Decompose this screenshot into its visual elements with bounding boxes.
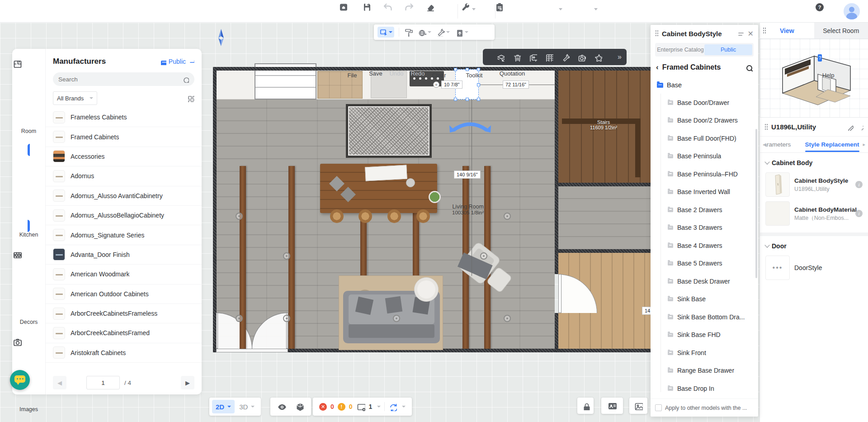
visibility-button[interactable] — [277, 402, 287, 412]
dimension-anchor[interactable]: + — [433, 81, 439, 88]
manufacturer-list-item[interactable]: Adornus_Signature Series — [46, 225, 202, 245]
resize-handle[interactable] — [477, 98, 480, 101]
tree-item[interactable]: Base Desk Drawer — [651, 272, 758, 290]
info-icon[interactable]: i — [855, 210, 863, 217]
prev-page-button[interactable]: ◀ — [53, 376, 66, 389]
caret-icon[interactable] — [377, 406, 381, 408]
section-cabinet-body[interactable]: Cabinet Body — [760, 153, 868, 170]
search-icon[interactable] — [745, 63, 753, 71]
error-icon[interactable]: ✕ — [319, 403, 327, 411]
fixture-marker[interactable] — [480, 252, 487, 260]
resize-handle[interactable] — [454, 98, 457, 101]
tree-item[interactable]: Sink Base — [651, 290, 758, 308]
resize-handle[interactable] — [466, 98, 469, 101]
body-style-item[interactable]: Cabinet BodyStyleU1896L,Utility i — [760, 170, 868, 199]
manufacturer-list-item[interactable]: American Woodmark — [46, 265, 202, 284]
planter[interactable] — [429, 191, 441, 203]
tree-item[interactable]: Range Base Drawer — [651, 362, 758, 380]
tree-item[interactable]: Base 3 Drawers — [651, 219, 758, 237]
support-chat-button[interactable] — [10, 370, 30, 390]
fixture-marker[interactable] — [393, 315, 400, 322]
manufacturer-list-item[interactable]: Adornus — [46, 166, 202, 186]
tree-item[interactable]: Base 4 Drawers — [651, 237, 758, 255]
toolkit-menu-button[interactable]: Toolkit — [460, 2, 488, 79]
manufacturer-list-item[interactable]: ArborCreekCabinetsFramed — [46, 323, 202, 343]
manufacturer-list-item[interactable]: Adornus_AlussoBellagioCabinety — [46, 206, 202, 225]
collaboration-button[interactable] — [601, 398, 623, 414]
resize-handle[interactable] — [477, 83, 480, 86]
manufacturer-list-item[interactable]: Adornus_Alusso AvantiCabinetry — [46, 186, 202, 206]
manufacturer-list-item[interactable]: Aristokraft Cabinets — [46, 343, 202, 363]
clear-menu-button[interactable]: Clear — [425, 2, 453, 79]
layout-grid-icon[interactable] — [187, 95, 194, 102]
rotate-handle-icon[interactable] — [448, 118, 492, 134]
coffee-table[interactable] — [414, 277, 439, 302]
tree-item[interactable]: Base Door/2 Drawers — [651, 112, 758, 130]
drag-handle[interactable] — [763, 27, 766, 34]
search-input[interactable] — [58, 76, 182, 83]
bar-stool[interactable] — [359, 209, 372, 223]
manufacturer-list-item[interactable]: Framed Cabinets — [46, 127, 202, 147]
snapshot-button[interactable] — [629, 398, 647, 414]
brand-filter-select[interactable]: All Brands — [53, 91, 97, 105]
next-page-button[interactable]: ▶ — [181, 376, 194, 389]
dock-panel-icon[interactable] — [737, 30, 744, 37]
stairs-room-floor[interactable]: Stairs11609 1/2in² — [558, 71, 652, 183]
body-material-item[interactable]: Cabinet BodyMaterialMatte（Non-Embos... i — [760, 199, 868, 228]
help-menu-button[interactable]: ? Help — [814, 2, 842, 79]
search-box[interactable] — [53, 72, 194, 86]
tab-public[interactable]: Public — [704, 44, 752, 55]
tab-enterprise-catalog[interactable]: Enterprise Catalog — [656, 44, 704, 55]
page-input[interactable] — [86, 376, 120, 389]
tree-item[interactable]: Base Door/Drawer — [651, 94, 758, 112]
drag-handle[interactable] — [655, 30, 658, 37]
rename-icon[interactable] — [846, 123, 854, 131]
door-style-item[interactable]: ••• DoorStyle — [760, 253, 868, 282]
close-icon[interactable]: ✕ — [748, 29, 754, 38]
sidebar-item-kitchen[interactable]: Kitchen — [12, 146, 45, 238]
bar-stool[interactable] — [416, 209, 430, 223]
screen-icon[interactable] — [356, 402, 365, 411]
fixture-marker[interactable] — [236, 315, 243, 322]
tree-item[interactable]: Sink Base FHD — [651, 326, 758, 344]
bar-stool[interactable] — [330, 209, 344, 223]
manufacturer-list-item[interactable]: Advanta_Door Finish — [46, 245, 202, 265]
tree-root-base[interactable]: Base — [651, 76, 758, 94]
sidebar-item-room[interactable]: Room — [12, 59, 45, 134]
expand-icon[interactable] — [857, 124, 863, 130]
fixture-marker[interactable] — [236, 213, 243, 220]
tree-item[interactable]: Base Drop In — [651, 379, 758, 398]
fixture-marker[interactable] — [283, 252, 290, 260]
corridor-floor[interactable] — [558, 186, 652, 249]
avatar[interactable] — [844, 3, 860, 19]
mode-2d-button[interactable]: 2D — [212, 400, 235, 413]
sync-button[interactable] — [388, 403, 397, 411]
quotation-button[interactable]: Quotation — [494, 2, 530, 77]
sidebar-item-decors[interactable]: Decors — [12, 250, 45, 325]
tree-item[interactable]: Base 5 Drawers — [651, 255, 758, 273]
info-icon[interactable]: i — [855, 181, 863, 188]
manufacturer-list-item[interactable]: American Outdoor Cabinets — [46, 284, 202, 304]
tree-item[interactable]: Base Full Door(FHD) — [651, 129, 758, 147]
tab-parameters[interactable]: Parameters — [765, 141, 799, 148]
apply-checkbox[interactable] — [655, 404, 662, 411]
scroll-right-icon[interactable]: ▸ — [863, 142, 865, 147]
tab-view[interactable]: View — [760, 23, 814, 38]
tree-item[interactable]: Sink Base Bottom Dra... — [651, 308, 758, 326]
cube-view-button[interactable] — [295, 402, 305, 412]
fixture-marker[interactable] — [283, 315, 290, 322]
section-door[interactable]: Door — [760, 236, 868, 253]
tree-item[interactable]: Base 2 Drawers — [651, 201, 758, 219]
fixture-marker[interactable] — [504, 213, 511, 220]
manufacturer-list-item[interactable]: Frameless Cabinets — [46, 108, 202, 127]
cutting-board[interactable] — [365, 165, 407, 181]
bedroom-floor[interactable] — [558, 253, 652, 349]
warning-icon[interactable]: ! — [338, 403, 345, 411]
lock-button[interactable] — [577, 398, 594, 414]
scope-switcher[interactable]: Public — [159, 58, 194, 65]
bar-stool[interactable] — [387, 209, 401, 223]
patterned-rug[interactable] — [346, 104, 432, 158]
mode-3d-button[interactable]: 3D — [236, 403, 258, 411]
scrollbar-thumb[interactable] — [755, 129, 757, 278]
tree-item[interactable]: Base Inverted Wall — [651, 183, 758, 201]
